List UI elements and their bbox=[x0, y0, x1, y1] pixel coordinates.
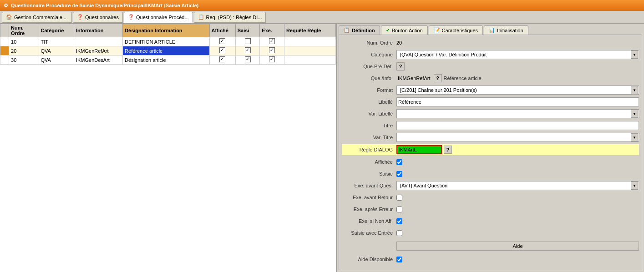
row-2-information: IKMGenRefArt bbox=[74, 46, 122, 55]
row-1-requete bbox=[284, 37, 335, 46]
tab-caracteristiques-icon: 📝 bbox=[434, 27, 440, 33]
libelle-row: Libellé bbox=[342, 97, 639, 107]
saisie-avec-entree-label: Saisie avec Entrée bbox=[342, 230, 396, 236]
row-1-saisi[interactable] bbox=[235, 37, 260, 46]
libelle-input[interactable] bbox=[396, 97, 639, 106]
var-titre-select[interactable] bbox=[396, 133, 639, 142]
checkbox-affiche-3[interactable] bbox=[219, 56, 225, 62]
tab-initialisation[interactable]: 📊 Initialisation bbox=[484, 25, 528, 35]
row-3-saisi[interactable] bbox=[235, 55, 260, 65]
checkbox-exe-1[interactable] bbox=[269, 38, 275, 44]
affichee-row: Affichée bbox=[342, 157, 639, 167]
row-3-designation: Désignation article bbox=[123, 55, 210, 65]
tab-req-psd-label: Req. (PSD) : Règles DI... bbox=[206, 15, 262, 20]
var-libelle-row: Var. Libellé ▼ bbox=[342, 109, 639, 119]
row-indicator-2 bbox=[0, 46, 9, 55]
var-libelle-select-wrapper: ▼ bbox=[396, 109, 639, 118]
col-header-num-ordre[interactable]: Num. Ordre bbox=[9, 24, 39, 37]
var-titre-row: Var. Titre ▼ bbox=[342, 132, 639, 142]
col-header-saisi[interactable]: Saisi bbox=[235, 24, 260, 37]
tab-req-psd-icon: 📋 bbox=[198, 14, 204, 20]
exe-apres-erreur-label: Exe. après Erreur bbox=[342, 207, 396, 212]
checkbox-exe-2[interactable] bbox=[269, 47, 275, 53]
row-1-affiche[interactable] bbox=[209, 37, 235, 46]
titre-input[interactable] bbox=[396, 121, 639, 130]
saisie-label: Saisie bbox=[342, 171, 396, 176]
main-content: Num. Ordre Catégorie Information Désigna… bbox=[0, 24, 644, 272]
checkbox-saisi-2[interactable] bbox=[245, 47, 251, 53]
col-header-categorie[interactable]: Catégorie bbox=[39, 24, 74, 37]
table-row[interactable]: 20 QVA IKMGenRefArt Référence article bbox=[0, 46, 336, 55]
saisie-row: Saisie bbox=[342, 169, 639, 179]
title-bar-icon: ⚙ bbox=[4, 3, 8, 9]
format-row: Format [C/201] Chaîne sur 201 Position(s… bbox=[342, 85, 639, 95]
titre-label: Titre bbox=[342, 123, 396, 128]
que-info-controls: IKMGenRefArt ? Référence article bbox=[396, 74, 639, 82]
row-1-num: 10 bbox=[9, 37, 39, 46]
que-info-text: Référence article bbox=[444, 76, 482, 81]
saisie-avec-entree-checkbox[interactable] bbox=[396, 230, 402, 236]
tab-bouton-action[interactable]: ✔ Bouton Action bbox=[381, 25, 428, 35]
var-libelle-select[interactable] bbox=[396, 109, 639, 118]
saisie-checkbox[interactable] bbox=[396, 171, 402, 177]
row-2-designation-editing[interactable]: Référence article bbox=[123, 46, 210, 55]
categorie-select-wrapper: [QVA] Question / Var. Définition Produit… bbox=[396, 50, 639, 59]
exe-si-non-aff-row: Exe. si Non Aff. bbox=[342, 216, 639, 226]
aide-disponible-label: Aide Disponible bbox=[342, 257, 396, 262]
col-header-requete[interactable]: Requête Règle bbox=[284, 24, 335, 37]
checkbox-affiche-2[interactable] bbox=[219, 47, 225, 53]
affichee-label: Affichée bbox=[342, 159, 396, 165]
tab-caracteristiques[interactable]: 📝 Caractéristiques bbox=[429, 25, 483, 35]
format-label: Format bbox=[342, 87, 396, 93]
tab-initialisation-icon: 📊 bbox=[489, 27, 495, 33]
row-2-num: 20 bbox=[9, 46, 39, 55]
row-3-affiche[interactable] bbox=[209, 55, 235, 65]
row-2-exe[interactable] bbox=[260, 46, 284, 55]
checkbox-affiche-1[interactable] bbox=[219, 38, 225, 44]
exe-apres-erreur-row: Exe. après Erreur bbox=[342, 204, 639, 214]
regle-dialog-help-btn[interactable]: ? bbox=[444, 146, 452, 154]
exe-si-non-aff-checkbox[interactable] bbox=[396, 218, 402, 224]
table-row[interactable]: 10 TIT DEFINITION ARTICLE bbox=[0, 37, 336, 46]
row-3-categorie: QVA bbox=[39, 55, 74, 65]
exe-avant-ques-select[interactable]: [AVT] Avant Question bbox=[396, 181, 639, 190]
tab-questionnaire-proc[interactable]: ❓ Questionnaire Procéd... bbox=[124, 12, 193, 23]
tab-gestion[interactable]: 🏠 Gestion Commerciale ... bbox=[2, 12, 72, 23]
col-header-designation[interactable]: Désignation Information bbox=[123, 24, 210, 37]
que-info-help-btn[interactable]: ? bbox=[434, 74, 442, 82]
checkbox-saisi-3[interactable] bbox=[245, 56, 251, 62]
row-indicator-3 bbox=[0, 55, 9, 65]
table-row[interactable]: 30 QVA IKMGenDesArt Désignation article bbox=[0, 55, 336, 65]
tab-req-psd[interactable]: 📋 Req. (PSD) : Règles DI... bbox=[194, 12, 266, 23]
row-2-requete bbox=[284, 46, 335, 55]
num-ordre-row: Num. Ordre 20 bbox=[342, 38, 639, 48]
regle-dialog-input[interactable] bbox=[396, 145, 442, 154]
row-2-affiche[interactable] bbox=[209, 46, 235, 55]
exe-avant-retour-row: Exe. avant Retour bbox=[342, 192, 639, 202]
aide-btn-row: Aide bbox=[342, 240, 639, 252]
col-header-affiche[interactable]: Affiché bbox=[209, 24, 235, 37]
row-3-exe[interactable] bbox=[260, 55, 284, 65]
left-panel: Num. Ordre Catégorie Information Désigna… bbox=[0, 24, 337, 272]
title-bar-text: Questionnaire Procédure de Saisie Dynami… bbox=[11, 3, 198, 8]
tab-questionnaires[interactable]: ❓ Questionnaires bbox=[73, 12, 123, 23]
row-2-saisi[interactable] bbox=[235, 46, 260, 55]
tab-questionnaires-label: Questionnaires bbox=[85, 15, 119, 20]
checkbox-saisi-1[interactable] bbox=[245, 38, 251, 44]
col-header-exe[interactable]: Exe. bbox=[260, 24, 284, 37]
que-predef-help-btn[interactable]: ? bbox=[396, 62, 405, 71]
col-header-information[interactable]: Information bbox=[74, 24, 122, 37]
aide-button[interactable]: Aide bbox=[396, 242, 639, 251]
row-3-information: IKMGenDesArt bbox=[74, 55, 122, 65]
format-select[interactable]: [C/201] Chaîne sur 201 Position(s) bbox=[396, 86, 639, 95]
aide-disponible-checkbox[interactable] bbox=[396, 257, 402, 262]
row-1-exe[interactable] bbox=[260, 37, 284, 46]
tab-gestion-icon: 🏠 bbox=[6, 14, 12, 20]
exe-avant-retour-checkbox[interactable] bbox=[396, 195, 402, 201]
checkbox-exe-3[interactable] bbox=[269, 56, 275, 62]
exe-apres-erreur-checkbox[interactable] bbox=[396, 207, 402, 212]
categorie-select[interactable]: [QVA] Question / Var. Définition Produit bbox=[396, 50, 639, 59]
tab-definition[interactable]: 📋 Définition bbox=[339, 25, 380, 35]
right-panel: 📋 Définition ✔ Bouton Action 📝 Caractéri… bbox=[337, 24, 644, 272]
affichee-checkbox[interactable] bbox=[396, 159, 402, 165]
